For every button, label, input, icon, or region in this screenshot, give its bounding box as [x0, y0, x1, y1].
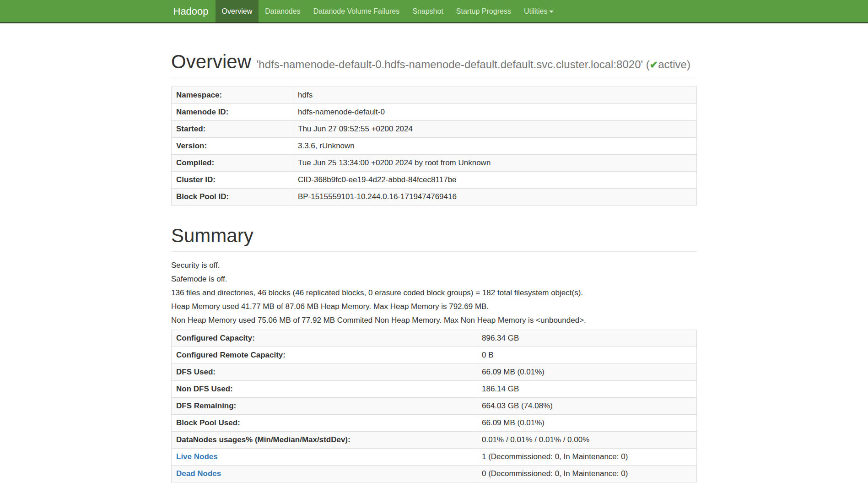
row-label: DFS Used: [172, 363, 477, 380]
table-row: DataNodes usages% (Min/Median/Max/stdDev… [172, 431, 697, 448]
row-value: 0 B [477, 347, 697, 363]
table-row: Configured Remote Capacity: 0 B [172, 347, 697, 363]
table-row: Dead Nodes 0 (Decommissioned: 0, In Main… [172, 465, 697, 482]
heap-memory-text: Heap Memory used 41.77 MB of 87.06 MB He… [171, 302, 697, 311]
row-value: BP-1515559101-10.244.0.16-1719474769416 [293, 189, 697, 206]
nav-item-utilities-dropdown[interactable]: Utilities [518, 0, 561, 22]
nav-item-startup-progress[interactable]: Startup Progress [450, 0, 518, 22]
row-label: Configured Capacity: [172, 330, 477, 347]
nav-item-datanodes[interactable]: Datanodes [259, 0, 307, 22]
table-row: Started: Thu Jun 27 09:52:55 +0200 2024 [172, 121, 697, 138]
page-title: Overview 'hdfs-namenode-default-0.hdfs-n… [171, 51, 697, 73]
top-navbar: Hadoop Overview Datanodes Datanode Volum… [0, 0, 868, 23]
status-close-paren: ) [687, 58, 690, 70]
page-title-text: Overview [171, 51, 251, 72]
table-row: Configured Capacity: 896.34 GB [172, 330, 697, 347]
summary-header: Summary [171, 225, 697, 251]
non-heap-memory-text: Non Heap Memory used 75.06 MB of 77.92 M… [171, 316, 697, 325]
row-value: hdfs-namenode-default-0 [293, 104, 697, 121]
table-row: DFS Used: 66.09 MB (0.01%) [172, 363, 697, 380]
row-value: 0.01% / 0.01% / 0.01% / 0.00% [477, 431, 697, 448]
row-label: Compiled: [172, 155, 293, 172]
row-label: DataNodes usages% (Min/Median/Max/stdDev… [172, 431, 477, 448]
overview-header: Overview 'hdfs-namenode-default-0.hdfs-n… [171, 23, 697, 77]
row-value: 66.09 MB (0.01%) [477, 363, 697, 380]
status-open-paren: ( [646, 58, 650, 70]
filesystem-objects-text: 136 files and directories, 46 blocks (46… [171, 288, 697, 298]
row-value: 186.14 GB [477, 380, 697, 397]
row-value: Thu Jun 27 09:52:55 +0200 2024 [293, 121, 697, 138]
row-value: 66.09 MB (0.01%) [477, 414, 697, 431]
table-row: Namespace: hdfs [172, 87, 697, 104]
row-label: DFS Remaining: [172, 397, 477, 414]
table-row: Block Pool Used: 66.09 MB (0.01%) [172, 414, 697, 431]
row-value: 664.03 GB (74.08%) [477, 397, 697, 414]
summary-title: Summary [171, 225, 697, 247]
row-value: CID-368b9fc0-ee19-4d22-abbd-84fcec8117be [293, 172, 697, 189]
row-value: 3.3.6, rUnknown [293, 138, 697, 155]
summary-paragraphs: Security is off. Safemode is off. 136 fi… [171, 261, 697, 325]
table-row: Compiled: Tue Jun 25 13:34:00 +0200 2024… [172, 155, 697, 172]
nav-item-snapshot[interactable]: Snapshot [406, 0, 450, 22]
navbar-menu: Overview Datanodes Datanode Volume Failu… [216, 0, 561, 22]
row-label: Block Pool Used: [172, 414, 477, 431]
table-row: Namenode ID: hdfs-namenode-default-0 [172, 104, 697, 121]
table-row: Non DFS Used: 186.14 GB [172, 380, 697, 397]
row-label: Dead Nodes [172, 465, 477, 482]
active-check-icon: ✔ [650, 59, 658, 70]
hadoop-brand[interactable]: Hadoop [167, 0, 216, 22]
table-row: Block Pool ID: BP-1515559101-10.244.0.16… [172, 189, 697, 206]
safemode-status-text: Safemode is off. [171, 275, 697, 284]
row-label: Cluster ID: [172, 172, 293, 189]
chevron-down-icon [549, 11, 554, 13]
status-badge: active [658, 58, 687, 70]
row-label: Block Pool ID: [172, 189, 293, 206]
namenode-info-table: Namespace: hdfs Namenode ID: hdfs-nameno… [171, 87, 697, 206]
row-value: Tue Jun 25 13:34:00 +0200 2024 by root f… [293, 155, 697, 172]
row-value: 1 (Decommissioned: 0, In Maintenance: 0) [477, 448, 697, 465]
row-label: Namespace: [172, 87, 293, 104]
summary-table: Configured Capacity: 896.34 GB Configure… [171, 330, 697, 482]
row-label: Live Nodes [172, 448, 477, 465]
row-value: hdfs [293, 87, 697, 104]
namenode-host: 'hdfs-namenode-default-0.hdfs-namenode-d… [257, 58, 643, 70]
row-label: Version: [172, 138, 293, 155]
dead-nodes-link[interactable]: Dead Nodes [176, 469, 221, 478]
nav-item-overview[interactable]: Overview [216, 0, 259, 22]
table-row: Live Nodes 1 (Decommissioned: 0, In Main… [172, 448, 697, 465]
row-label: Started: [172, 121, 293, 138]
table-row: Version: 3.3.6, rUnknown [172, 138, 697, 155]
nav-item-datanode-volume-failures[interactable]: Datanode Volume Failures [307, 0, 406, 22]
security-status-text: Security is off. [171, 261, 697, 270]
row-label: Configured Remote Capacity: [172, 347, 477, 363]
table-row: DFS Remaining: 664.03 GB (74.08%) [172, 397, 697, 414]
live-nodes-link[interactable]: Live Nodes [176, 452, 218, 461]
row-label: Namenode ID: [172, 104, 293, 121]
row-value: 896.34 GB [477, 330, 697, 347]
table-row: Cluster ID: CID-368b9fc0-ee19-4d22-abbd-… [172, 172, 697, 189]
row-label: Non DFS Used: [172, 380, 477, 397]
row-value: 0 (Decommissioned: 0, In Maintenance: 0) [477, 465, 697, 482]
